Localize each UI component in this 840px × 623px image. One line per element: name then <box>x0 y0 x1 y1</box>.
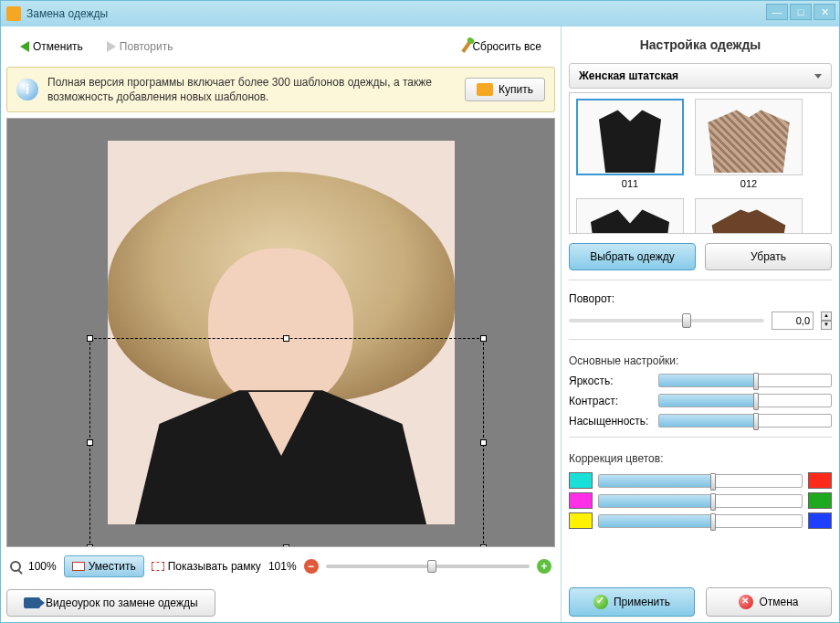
banner-text: Полная версия программы включает более 3… <box>47 75 456 104</box>
buy-button[interactable]: Купить <box>465 78 545 101</box>
brightness-slider[interactable] <box>658 374 832 387</box>
zoom-slider[interactable] <box>326 565 530 568</box>
clothing-item-011[interactable]: 011 <box>575 99 685 189</box>
cancel-label: Отмена <box>759 596 798 608</box>
handle-mr[interactable] <box>480 439 487 446</box>
zoom-current: 101% <box>268 560 297 573</box>
fit-button[interactable]: Уместить <box>64 555 144 577</box>
handle-bl[interactable] <box>87 544 93 547</box>
magnifier-icon <box>10 561 21 572</box>
undo-button[interactable]: Отменить <box>12 36 91 58</box>
redo-label: Повторить <box>120 40 173 53</box>
reset-all-button[interactable]: Сбросить все <box>457 36 550 58</box>
apply-label: Применить <box>614 596 670 608</box>
video-label: Видеоурок по замене одежды <box>46 597 198 609</box>
cancel-icon <box>739 595 753 609</box>
top-toolbar: Отменить Повторить Сбросить все <box>6 32 555 61</box>
rotation-value[interactable]: 0,0 <box>772 312 814 330</box>
main-settings-label: Основные настройки: <box>569 354 832 367</box>
zoom-toolbar: 100% Уместить Показывать рамку 101% − + <box>6 553 555 580</box>
handle-tl[interactable] <box>87 335 93 342</box>
color-slider-1[interactable] <box>598 494 803 508</box>
close-button[interactable]: ✕ <box>814 4 835 20</box>
cancel-button[interactable]: Отмена <box>706 587 832 617</box>
select-clothing-button[interactable]: Выбрать одежду <box>569 243 696 270</box>
minimize-button[interactable]: — <box>766 4 788 20</box>
brightness-label: Яркость: <box>569 375 651 387</box>
color-slider-0[interactable] <box>598 474 803 488</box>
remove-clothing-label: Убрать <box>751 250 786 263</box>
buy-label: Купить <box>499 83 533 96</box>
clothing-id-label: 012 <box>740 178 757 189</box>
brush-icon <box>462 40 472 53</box>
select-clothing-label: Выбрать одежду <box>590 250 675 263</box>
clothing-item-014[interactable]: 014 <box>694 198 803 234</box>
rotation-slider[interactable] <box>569 319 764 322</box>
zoom-in-button[interactable]: + <box>537 559 551 574</box>
upgrade-banner: i Полная версия программы включает более… <box>6 67 555 112</box>
handle-tr[interactable] <box>480 335 487 342</box>
clothing-thumbnail <box>695 99 803 175</box>
remove-clothing-button[interactable]: Убрать <box>705 243 832 270</box>
zoom-base: 100% <box>28 560 57 573</box>
show-frame-label: Показывать рамку <box>168 560 261 573</box>
saturation-slider[interactable] <box>658 414 832 428</box>
saturation-label: Насыщенность: <box>569 415 651 428</box>
video-tutorial-button[interactable]: Видеоурок по замене одежды <box>6 589 215 617</box>
panel-title: Настройка одежды <box>569 32 832 59</box>
apply-button[interactable]: Применить <box>569 587 695 617</box>
color-swatch-right-2[interactable] <box>808 512 832 529</box>
handle-bc[interactable] <box>283 544 289 547</box>
color-correction-label: Коррекция цветов: <box>569 452 832 465</box>
redo-icon <box>107 41 116 52</box>
handle-ml[interactable] <box>87 439 93 446</box>
titlebar: Замена одежды — □ ✕ <box>1 1 839 26</box>
chevron-down-icon <box>814 74 822 79</box>
rotation-label: Поворот: <box>569 292 651 305</box>
info-icon: i <box>16 79 38 100</box>
color-slider-2[interactable] <box>598 514 803 528</box>
color-swatch-right-1[interactable] <box>808 492 832 509</box>
category-label: Женская штатская <box>579 69 678 82</box>
color-swatch-left-1[interactable] <box>569 492 593 509</box>
fit-icon <box>72 562 85 571</box>
clothing-item-012[interactable]: 012 <box>694 99 803 189</box>
fit-label: Уместить <box>89 560 136 573</box>
cart-icon <box>477 83 493 96</box>
clothing-grid[interactable]: 011012013014 <box>569 92 832 234</box>
redo-button[interactable]: Повторить <box>99 36 182 58</box>
camera-icon <box>24 597 40 608</box>
undo-icon <box>20 41 29 52</box>
rotation-stepper[interactable]: ▲▼ <box>821 312 832 330</box>
undo-label: Отменить <box>33 40 83 53</box>
color-swatch-left-2[interactable] <box>569 512 593 529</box>
reset-label: Сбросить все <box>472 40 541 53</box>
clothing-thumbnail <box>576 198 684 234</box>
category-dropdown[interactable]: Женская штатская <box>569 63 832 89</box>
maximize-button[interactable]: □ <box>790 4 812 20</box>
show-frame-checkbox[interactable]: Показывать рамку <box>152 560 261 573</box>
canvas[interactable] <box>6 118 555 547</box>
handle-br[interactable] <box>480 544 487 547</box>
zoom-out-button[interactable]: − <box>304 559 319 574</box>
clothing-item-013[interactable]: 013 <box>575 198 685 234</box>
clothing-thumbnail <box>576 99 684 175</box>
clothing-thumbnail <box>695 198 803 234</box>
color-swatch-right-0[interactable] <box>808 472 832 489</box>
ok-icon <box>593 595 608 609</box>
selection-box[interactable] <box>89 338 484 547</box>
contrast-label: Контраст: <box>569 395 651 407</box>
window-title: Замена одежды <box>26 7 108 20</box>
handle-tc[interactable] <box>283 335 289 342</box>
color-swatch-left-0[interactable] <box>569 472 593 489</box>
clothing-id-label: 011 <box>622 178 638 189</box>
frame-icon <box>152 562 164 571</box>
app-icon <box>6 6 21 21</box>
contrast-slider[interactable] <box>658 394 832 407</box>
